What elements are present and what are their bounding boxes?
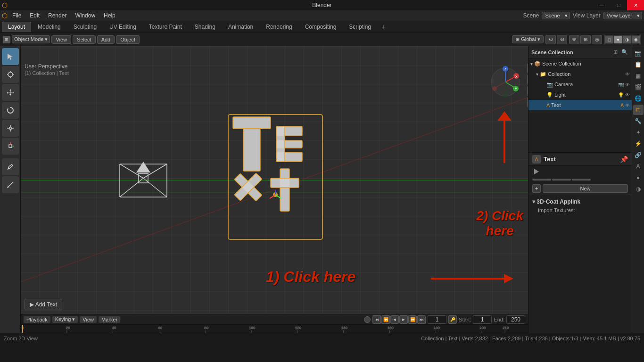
select-menu-btn[interactable]: Select (73, 35, 96, 44)
start-frame-input[interactable]: 1 (473, 315, 492, 324)
text-3d-object[interactable] (223, 112, 327, 244)
timeline-view-btn[interactable]: View (80, 316, 97, 323)
world-props-icon[interactable]: 🌐 (633, 93, 644, 104)
outliner-search-btn[interactable]: 🔍 (620, 48, 629, 57)
camera-view-btn[interactable]: ⊞ (527, 63, 528, 74)
particles-props-icon[interactable]: ✦ (633, 127, 644, 138)
object-data-props-icon[interactable]: A (633, 161, 644, 172)
tab-rendering[interactable]: Rendering (260, 22, 298, 32)
playback-icon[interactable] (532, 168, 540, 175)
material-props-icon[interactable]: ● (633, 173, 644, 183)
transform-space-selector[interactable]: ⊕ Global ▾ (512, 35, 544, 43)
close-button[interactable]: ✕ (627, 0, 644, 10)
collection-visibility-icon[interactable]: 👁 (625, 72, 630, 77)
orthographic-btn[interactable]: 📷 (527, 74, 528, 85)
material-mode-btn[interactable]: ◑ (623, 36, 631, 43)
pin-button[interactable]: 📌 (619, 155, 628, 164)
object-props-icon[interactable]: ◻ (633, 105, 644, 115)
light-datablock-icon[interactable]: 💡 (618, 92, 624, 98)
marker-btn[interactable]: Marker (99, 316, 120, 323)
cursor-tool-btn[interactable] (2, 66, 19, 83)
outliner-collection-item[interactable]: ▾ 📁 Collection 👁 (528, 69, 632, 79)
camera-visibility-icon[interactable]: 👁 (625, 82, 630, 87)
snap-toggle[interactable]: ⊙ (545, 35, 556, 44)
constraints-props-icon[interactable]: 🔗 (633, 150, 644, 160)
scene-props-icon[interactable]: 🎬 (633, 82, 644, 92)
help-menu[interactable]: Help (100, 11, 119, 20)
outliner-light-item[interactable]: ▾ 💡 Light 💡 👁 (528, 90, 632, 100)
light-visibility-icon[interactable]: 👁 (625, 92, 630, 98)
rotate-tool-btn[interactable] (2, 102, 19, 119)
output-props-icon[interactable]: 📋 (633, 59, 644, 70)
object-type-icon[interactable]: A (532, 155, 541, 164)
scene-selector[interactable]: Scene ▾ (542, 12, 570, 19)
play-reverse-btn[interactable]: ◄ (390, 315, 399, 324)
outliner-scene-collection[interactable]: ▾ 📦 Scene Collection (528, 58, 632, 69)
tab-compositing[interactable]: Compositing (299, 22, 343, 32)
maximize-button[interactable]: □ (610, 0, 627, 10)
tab-scripting[interactable]: Scripting (343, 22, 377, 32)
next-keyframe-btn[interactable]: ⏩ (408, 315, 417, 324)
timeline-ruler[interactable]: 0 20 40 60 80 100 120 140 160 180 200 21… (21, 324, 528, 333)
annotate-tool-btn[interactable] (2, 158, 19, 175)
add-menu-btn[interactable]: Add (97, 35, 115, 44)
end-frame-input[interactable]: 250 (506, 315, 525, 324)
add-text-button[interactable]: ▶ Add Text (25, 299, 62, 310)
object-mode-selector[interactable]: Object Mode ▾ (12, 35, 50, 43)
zoom-btn[interactable]: 🔍 (527, 97, 528, 107)
navigation-gizmo[interactable]: X Y Z ⊞ 📷 (487, 63, 524, 101)
window-menu[interactable]: Window (71, 11, 99, 20)
tab-layout[interactable]: Layout (2, 22, 31, 32)
add-workspace-button[interactable]: + (378, 22, 389, 32)
tab-texture-paint[interactable]: Texture Paint (143, 22, 188, 32)
camera-datablock-icon[interactable]: 📷 (618, 82, 624, 87)
outliner-text-item[interactable]: ▾ A Text A 👁 (528, 100, 632, 110)
edit-menu[interactable]: Edit (26, 11, 43, 20)
xray-toggle[interactable]: ◎ (592, 35, 602, 44)
object-menu-btn[interactable]: Object (116, 35, 140, 44)
scale-tool-btn[interactable] (2, 120, 19, 137)
view-menu-btn[interactable]: View (51, 35, 71, 44)
new-material-btn[interactable]: New (543, 184, 628, 193)
measure-tool-btn[interactable] (2, 176, 19, 193)
outliner-filter-btn[interactable]: ⊞ (611, 48, 619, 57)
text-visibility-icon[interactable]: 👁 (625, 103, 630, 108)
playback-menu-btn[interactable]: Playback (24, 316, 50, 323)
jump-start-btn[interactable]: ⏮ (372, 315, 381, 324)
rendered-mode-btn[interactable]: ◉ (632, 36, 640, 43)
viewport-3d[interactable]: User Perspective (1) Collection | Text (21, 46, 528, 314)
shader-props-icon[interactable]: ◑ (633, 184, 644, 194)
file-menu[interactable]: File (8, 11, 25, 20)
tab-animation[interactable]: Animation (222, 22, 259, 32)
viewport-gizmos-btn[interactable]: 👁 (569, 35, 579, 44)
text-datablock-icon[interactable]: A (620, 103, 624, 108)
physics-props-icon[interactable]: ⚡ (633, 139, 644, 149)
minimize-button[interactable]: — (593, 0, 610, 10)
view-layer-selector[interactable]: View Layer ▾ (603, 12, 642, 19)
tab-shading[interactable]: Shading (189, 22, 222, 32)
tab-modeling[interactable]: Modeling (32, 22, 67, 32)
jump-end-btn[interactable]: ⏭ (417, 315, 426, 324)
select-tool-btn[interactable] (2, 48, 19, 65)
render-props-icon[interactable]: 📷 (633, 48, 644, 58)
prev-keyframe-btn[interactable]: ⏪ (381, 315, 390, 324)
proportional-edit[interactable]: ⊚ (557, 35, 567, 44)
applink-header[interactable]: ▾ 3D-Coat Applink (532, 197, 628, 206)
viewport-overlays-btn[interactable]: ⊞ (580, 35, 591, 44)
outliner-camera-item[interactable]: ▾ 📷 Camera 📷 👁 (528, 79, 632, 90)
audio-scrub-btn[interactable] (364, 316, 371, 323)
add-material-btn[interactable]: + (532, 184, 541, 193)
render-menu[interactable]: Render (44, 11, 70, 20)
keying-menu-btn[interactable]: Keying ▾ (52, 316, 78, 323)
pan-btn[interactable]: ✋ (527, 86, 528, 96)
transform-tool-btn[interactable] (2, 138, 19, 155)
solid-mode-btn[interactable]: ● (614, 36, 622, 43)
tab-sculpting[interactable]: Sculpting (67, 22, 103, 32)
blender-logo-btn[interactable]: ⬡ (2, 12, 8, 19)
play-btn[interactable]: ► (399, 315, 408, 324)
tab-uv-editing[interactable]: UV Editing (103, 22, 142, 32)
view-layer-props-icon[interactable]: ▦ (633, 71, 644, 81)
wireframe-mode-btn[interactable]: ◻ (605, 36, 613, 43)
modifier-props-icon[interactable]: 🔧 (633, 116, 644, 126)
move-tool-btn[interactable] (2, 84, 19, 101)
